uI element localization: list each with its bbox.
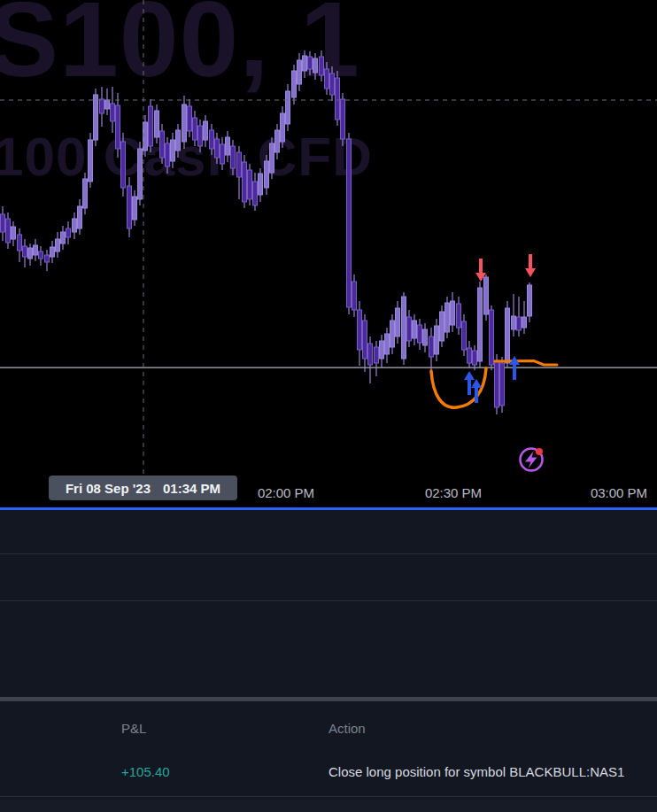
candle-up [303,56,307,71]
candle-down [149,106,153,146]
candle-up [34,245,38,255]
candle-up [292,71,297,97]
candle-down [253,182,258,205]
pnl-value[interactable]: +105.40 [121,764,170,779]
candle-up [451,301,455,325]
candle-up [265,161,269,188]
candle-down [358,310,362,350]
candle-up [12,227,16,239]
candle-up [435,326,439,354]
candle-down [347,139,352,307]
candle-up [83,179,88,208]
candle-down [363,321,367,359]
candle-up [478,288,483,361]
candle-up [259,174,263,195]
candle-down [18,235,22,251]
trade-list-panel: P&LAction +105.40Close long position for… [0,510,657,812]
time-axis-tick[interactable]: 02:30 PM [425,485,482,500]
candle-up [445,303,450,332]
candle-up [484,277,489,314]
candle-down [220,144,225,164]
panel-separator [0,553,657,554]
candle-up [413,321,417,338]
panel-separator [0,600,657,601]
candle-up [226,137,230,155]
candle-down [1,214,5,232]
candle-down [237,152,242,177]
candle-down [198,126,203,146]
candle-down [121,142,126,188]
candle-up [182,104,187,142]
candle-down [210,130,214,149]
candle-down [352,282,357,310]
blue-up-arrow-marker[interactable] [464,371,475,395]
candle-up [402,297,406,359]
candle-up [61,232,66,244]
candle-up [528,285,532,316]
candle-down [473,351,477,365]
candle-down [128,186,132,228]
candle-down [462,321,467,350]
candle-up [78,206,82,228]
panel-separator [0,796,657,797]
candle-down [500,363,505,406]
candle-up [138,149,143,199]
candle-down [495,360,499,407]
panel-footer-strip [0,800,657,812]
notification-dot [536,448,543,455]
red-down-arrow-marker[interactable] [525,254,536,277]
candle-up [380,341,384,359]
candle-up [506,308,510,363]
candle-down [23,246,27,257]
candle-up [286,91,290,124]
candle-down [320,57,324,75]
candle-down [66,228,71,237]
trading-app-window: S100, 1 100 Cash CFD Fri 08 Sep '23 01:3… [0,0,657,812]
candle-down [188,106,192,131]
candle-up [298,60,302,84]
column-header-pl: P&L [121,721,146,736]
candle-up [176,130,181,151]
candle-up [28,248,33,259]
candle-down [468,348,472,363]
candle-down [418,325,422,343]
candle-up [396,308,400,336]
crosshair-date: Fri 08 Sep '23 [66,481,151,496]
candle-down [407,317,412,341]
action-value[interactable]: Close long position for symbol BLACKBULL… [328,764,657,779]
candle-down [325,69,329,89]
time-axis[interactable]: Fri 08 Sep '23 01:34 PM 02:00 PM02:30 PM… [0,474,657,507]
candle-down [375,347,379,363]
candle-up [50,247,55,257]
candle-down [39,251,43,259]
candle-up [313,58,318,73]
candle-up [94,95,98,140]
candle-up [522,317,527,328]
candle-down [6,219,11,243]
candle-up [105,100,110,109]
candle-down [116,105,120,149]
candle-up [133,197,137,220]
candle-down [166,143,170,166]
candle-down [457,304,461,328]
crosshair-time: 01:34 PM [163,481,220,496]
candle-up [390,321,395,347]
candle-up [56,239,60,251]
candle-down [490,310,494,365]
candlestick-chart[interactable] [0,0,657,507]
candle-down [248,170,252,199]
panel-splitter-handle[interactable] [0,697,657,701]
lightning-bolt-icon [525,452,537,469]
candle-up [171,140,175,161]
candle-down [215,139,220,158]
candle-down [308,57,313,69]
candle-up [440,312,444,341]
candle-up [281,113,285,142]
candle-up [155,111,159,137]
candle-up [512,316,516,329]
candle-up [423,329,428,345]
time-axis-tick[interactable]: 03:00 PM [591,485,647,500]
time-axis-tick[interactable]: 02:00 PM [258,485,314,500]
chart-canvas[interactable]: S100, 1 100 Cash CFD Fri 08 Sep '23 01:3… [0,0,657,511]
candle-down [111,104,115,121]
